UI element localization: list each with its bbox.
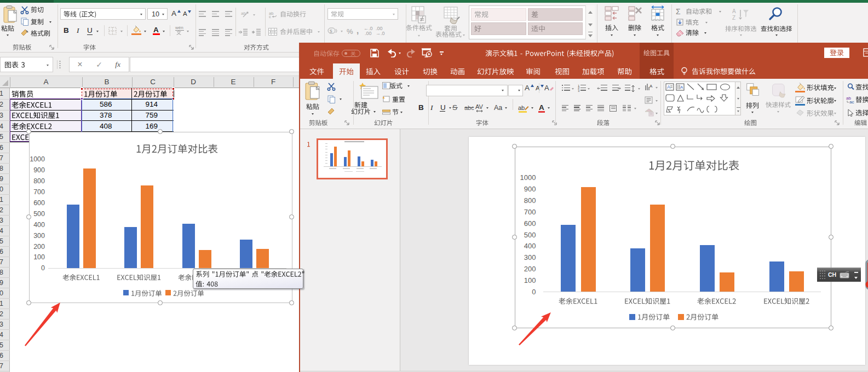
svg-text:A: A: [649, 84, 653, 89]
svg-text:A: A: [732, 8, 736, 14]
svg-text:c: c: [269, 14, 271, 18]
svg-text:A: A: [680, 85, 683, 90]
svg-text:A: A: [667, 84, 670, 90]
svg-text:ac: ac: [849, 100, 854, 104]
svg-text:A: A: [544, 84, 549, 92]
svg-text:$: $: [330, 28, 332, 34]
svg-text:Z: Z: [732, 15, 735, 21]
svg-text:ab: ab: [518, 104, 525, 111]
